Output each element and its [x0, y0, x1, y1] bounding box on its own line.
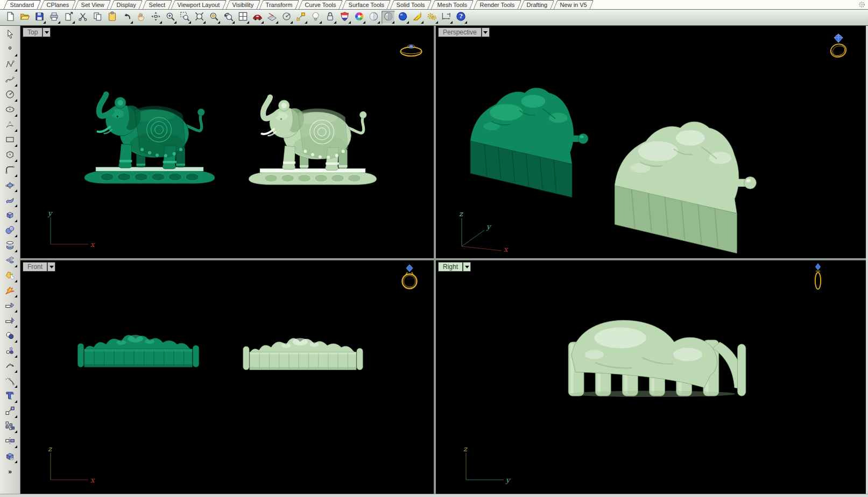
cut-button[interactable] [76, 11, 90, 24]
tab-select[interactable]: Select [142, 0, 172, 9]
tab-visibility[interactable]: Visibility [225, 0, 260, 9]
tab-viewport-layout[interactable]: Viewport Layout [171, 0, 227, 9]
ring-model-right-view[interactable] [813, 262, 823, 291]
zoom-window-button[interactable] [178, 11, 192, 24]
move-tool-button[interactable] [3, 404, 18, 418]
viewport-perspective-title[interactable]: Perspective [438, 27, 490, 37]
surface-from-points-button[interactable] [3, 179, 18, 193]
boolean-difference-button[interactable] [3, 329, 18, 343]
tab-set-view[interactable]: Set View [75, 0, 111, 9]
settings-gear-icon[interactable] [858, 1, 866, 9]
paste-button[interactable] [105, 11, 119, 24]
lock-objects-button[interactable] [323, 11, 337, 24]
rendered-viewport-button[interactable] [396, 11, 410, 24]
options-button[interactable] [425, 11, 439, 24]
explode-tool-button[interactable] [3, 284, 18, 298]
shaded-viewport-button[interactable] [367, 11, 380, 24]
fillet-curves-button[interactable] [3, 359, 18, 373]
ellipse-tool-button[interactable] [3, 103, 18, 117]
tab-standard[interactable]: Standard [4, 0, 41, 9]
viewport-front[interactable]: Front z x [20, 260, 434, 494]
rectangle-tool-button[interactable] [3, 133, 18, 147]
undo-button[interactable] [120, 11, 133, 24]
viewport-right[interactable]: Right z y [436, 260, 866, 494]
zoom-selected-button[interactable] [207, 11, 221, 24]
point-tool-button[interactable] [3, 43, 18, 57]
curved-surface-button[interactable] [3, 194, 18, 208]
model-elephant-dark-perspective[interactable] [464, 66, 612, 200]
display-mode-button[interactable] [338, 11, 351, 24]
model-elephant-light-front[interactable] [242, 332, 364, 372]
viewport-front-title[interactable]: Front [23, 262, 55, 272]
mirror-tool-button[interactable] [3, 435, 18, 449]
boolean-tool-button[interactable] [3, 269, 18, 283]
new-file-button[interactable] [4, 11, 17, 24]
tab-mesh-tools[interactable]: Mesh Tools [431, 0, 474, 9]
cylinder-tool-button[interactable] [3, 239, 18, 253]
rotate-view-button[interactable] [149, 11, 163, 24]
polygon-tool-button[interactable] [3, 148, 18, 162]
fillet-corner-button[interactable] [3, 164, 18, 178]
circle-tool-button[interactable] [3, 88, 18, 102]
pan-view-button[interactable] [135, 11, 148, 24]
named-view-button[interactable] [251, 11, 264, 24]
model-elephant-light-top[interactable] [243, 83, 382, 189]
trim-tool-button[interactable] [3, 299, 18, 313]
surface-tiles-button[interactable] [3, 254, 18, 268]
copy-button[interactable] [91, 11, 104, 24]
select-tool-button[interactable] [3, 28, 18, 42]
solid-edit-button[interactable] [3, 450, 18, 464]
print-button[interactable] [47, 11, 61, 24]
set-cplane-button[interactable] [265, 11, 279, 24]
text-tool-button[interactable] [3, 389, 18, 403]
tab-cplanes[interactable]: CPlanes [40, 0, 75, 9]
model-elephant-light-perspective[interactable] [607, 96, 785, 257]
cplane-origin-button[interactable] [280, 11, 293, 24]
viewport-perspective-menu-dropdown[interactable] [482, 27, 490, 37]
tab-transform[interactable]: Transform [259, 0, 300, 9]
split-tool-button[interactable] [3, 314, 18, 328]
ghosted-viewport-button[interactable] [382, 11, 395, 24]
zoom-extents-button[interactable] [193, 11, 206, 24]
model-elephant-dark-top[interactable] [79, 80, 221, 188]
zoom-dynamic-button[interactable] [164, 11, 177, 24]
tab-new-in-v5[interactable]: New in V5 [554, 0, 594, 9]
viewport-right-title[interactable]: Right [438, 262, 471, 272]
arc-tool-button[interactable] [3, 118, 18, 132]
more-tools-button[interactable]: » [3, 465, 18, 479]
array-tool-button[interactable] [3, 420, 18, 434]
tab-surface-tools[interactable]: Surface Tools [342, 0, 391, 9]
open-file-button[interactable] [18, 11, 32, 24]
model-elephant-light-right[interactable] [564, 311, 751, 398]
lights-button[interactable] [309, 11, 322, 24]
layer-color-button[interactable] [352, 11, 366, 24]
ring-model-perspective-view[interactable] [828, 32, 849, 60]
group-tool-button[interactable] [3, 344, 18, 358]
undo-view-change-button[interactable] [222, 11, 235, 24]
tab-solid-tools[interactable]: Solid Tools [390, 0, 432, 9]
render-preview-button[interactable] [411, 11, 424, 24]
model-elephant-dark-front[interactable] [76, 329, 200, 369]
viewport-layout-button[interactable] [236, 11, 250, 24]
help-button[interactable]: ? [454, 11, 468, 24]
tab-render-tools[interactable]: Render Tools [473, 0, 521, 9]
viewport-perspective[interactable]: Perspective z y x [436, 26, 866, 258]
tab-display[interactable]: Display [110, 0, 143, 9]
dimension-button[interactable] [440, 11, 453, 24]
box-tool-button[interactable] [3, 209, 18, 223]
viewport-front-menu-dropdown[interactable] [47, 262, 55, 272]
object-snap-button[interactable] [294, 11, 308, 24]
viewport-top-menu-dropdown[interactable] [43, 27, 51, 37]
viewport-top-title[interactable]: Top [23, 27, 51, 37]
control-point-curve-button[interactable] [3, 58, 18, 72]
export-view-button[interactable] [62, 11, 75, 24]
viewport-top[interactable]: Top y x [20, 26, 434, 258]
sphere-tool-button[interactable] [3, 224, 18, 238]
save-file-button[interactable] [33, 11, 46, 24]
interpolate-curve-button[interactable] [3, 73, 18, 87]
ring-model-top-view[interactable] [396, 41, 426, 59]
tab-drafting[interactable]: Drafting [520, 0, 554, 9]
blend-curve-button[interactable] [3, 374, 18, 388]
ring-model-front-view[interactable] [400, 263, 419, 292]
tab-curve-tools[interactable]: Curve Tools [299, 0, 343, 9]
